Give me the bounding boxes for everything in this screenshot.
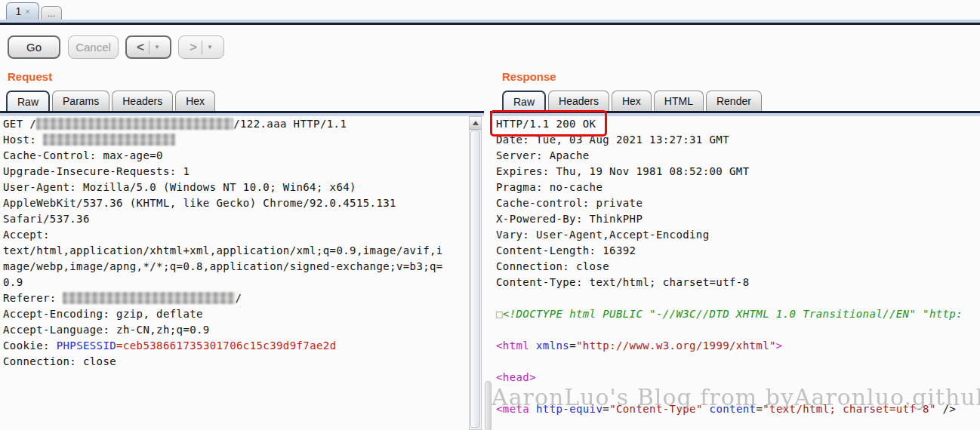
text-segment: Accept-Encoding: gzip, deflate [3,308,203,320]
text-segment: 0.9 [3,276,23,288]
scroll-up-button[interactable] [470,117,481,130]
text-segment: = [569,339,576,352]
editor-line: 0.9 [3,275,471,290]
editor-line: Cache-control: private [496,195,980,211]
request-tabstrip: RawParamsHeadersHex [6,91,217,111]
text-segment [703,403,710,415]
editor-line [496,322,980,338]
text-segment: Expires: Thu, 19 Nov 1981 08:52:00 GMT [496,165,750,177]
request-raw-editor[interactable]: GET //122.aaa HTTP/1.1Host: Cache-Contro… [0,116,471,430]
editor-line: text/html,application/xhtml+xml,applicat… [3,243,471,259]
text-segment: /> [936,403,957,415]
editor-line: Referer: / [3,290,471,306]
editor-line [496,385,980,401]
text-segment: Server: Apache [496,149,590,161]
text-segment: http-equiv [536,403,602,415]
text-segment: GET / [3,118,36,130]
editor-line: Connection: close [3,354,471,370]
response-tabstrip: RawHeadersHexHTMLRender [502,91,764,111]
request-tab-raw[interactable]: Raw [6,91,50,111]
forward-button[interactable]: > ▼ [178,35,224,59]
response-raw-editor[interactable]: HTTP/1.1 200 OKDate: Tue, 03 Aug 2021 13… [492,116,980,430]
arrow-up-icon [473,121,479,125]
text-segment: Content-Length: 16392 [496,244,636,256]
request-tab-hex[interactable]: Hex [175,91,215,111]
editor-line: Content-Type: text/html; charset=utf-8 [496,275,980,290]
text-segment: Cache-control: private [496,197,643,209]
text-segment: Content-Type: text/html; charset=utf-8 [496,276,750,288]
editor-line: Expires: Thu, 19 Nov 1981 08:52:00 GMT [496,164,980,180]
cancel-button[interactable]: Cancel [68,35,119,59]
text-segment: <meta [496,403,536,415]
panel-splitter-handle[interactable] [485,381,492,430]
text-segment: Accept: [3,229,50,241]
editor-line: Accept: [3,227,471,243]
text-segment: =ceb538661735301706c15c39d9f7ae2d [116,339,336,352]
text-segment: Pragma: no-cache [496,181,602,193]
editor-line: Pragma: no-cache [496,180,980,195]
text-segment: Referer: [3,292,63,304]
request-title: Request [8,70,52,83]
repeater-tab-more-label: ... [48,8,55,19]
go-button[interactable]: Go [8,35,60,59]
editor-line: Date: Tue, 03 Aug 2021 13:27:31 GMT [496,132,980,148]
text-segment: Cache-Control: max-age=0 [3,149,163,161]
text-segment: > [776,339,783,352]
response-title: Response [502,70,556,83]
editor-line: <html xmlns="http://www.w3.org/1999/xhtm… [496,338,980,354]
tabbar-divider [0,20,980,25]
editor-line: Server: Apache [496,148,980,164]
redacted-blur [63,292,235,304]
editor-line: Content-Length: 16392 [496,243,980,259]
editor-line: Cache-Control: max-age=0 [3,148,471,164]
editor-line: Upgrade-Insecure-Requests: 1 [3,164,471,180]
text-segment: <html [496,339,536,352]
text-segment: Safari/537.36 [3,213,90,225]
request-tab-params[interactable]: Params [52,91,109,111]
editor-line: X-Powered-By: ThinkPHP [496,211,980,227]
button-separator [202,41,202,54]
text-segment: = [602,403,609,415]
repeater-tab-1[interactable]: 1 × [6,2,39,20]
response-tab-html[interactable]: HTML [654,91,704,111]
go-button-label: Go [26,41,42,54]
editor-line: mage/webp,image/apng,*/*;q=0.8,applicati… [3,259,471,275]
response-tab-raw[interactable]: Raw [502,91,546,111]
editor-line: Accept-Language: zh-CN,zh;q=0.9 [3,322,471,338]
text-segment: Connection: close [3,355,116,367]
chevron-down-icon[interactable]: ▼ [207,44,213,51]
response-tab-hex[interactable]: Hex [612,91,652,111]
editor-line: Cookie: PHPSESSID=ceb538661735301706c15c… [3,338,471,354]
text-segment: Cookie: [3,339,57,352]
editor-line: <head> [496,370,980,385]
request-tab-underline [0,111,484,116]
editor-line: Vary: User-Agent,Accept-Encoding [496,227,980,243]
request-tab-headers[interactable]: Headers [112,91,173,111]
chevron-down-icon[interactable]: ▼ [154,44,160,51]
close-icon[interactable]: × [25,8,29,16]
editor-line: Accept-Encoding: gzip, deflate [3,306,471,322]
text-segment: text/html,application/xhtml+xml,applicat… [3,244,443,256]
scrollbar-thumb[interactable] [470,131,480,428]
text-segment: User-Agent: Mozilla/5.0 (Windows NT 10.0… [3,181,356,193]
repeater-window: 1 × ... Go Cancel < ▼ > ▼ Request RawPar… [0,0,980,430]
editor-line: <meta http-equiv="Content-Type" content=… [496,401,980,417]
text-segment: X-Powered-By: ThinkPHP [496,213,643,225]
editor-line: Host: [3,132,471,148]
editor-line [496,290,980,306]
response-tab-underline [490,111,980,116]
response-tab-headers[interactable]: Headers [548,91,609,111]
text-segment: HTTP/1.1 200 OK [496,118,596,130]
repeater-tab-more[interactable]: ... [41,6,62,20]
response-tab-render[interactable]: Render [706,91,762,111]
text-segment: content [710,403,757,415]
request-scrollbar[interactable] [469,116,482,430]
text-segment: <!DOCTYPE html PUBLIC "-//W3C//DTD XHTML… [503,308,963,320]
back-button[interactable]: < ▼ [125,35,171,59]
text-segment: /122.aaa HTTP/1.1 [233,118,347,130]
text-segment: xmlns [536,339,569,352]
text-segment: PHPSESSID [57,339,116,352]
text-segment: mage/webp,image/apng,*/*;q=0.8,applicati… [3,260,443,272]
editor-line: AppleWebKit/537.36 (KHTML, like Gecko) C… [3,195,471,211]
repeater-tab-1-label: 1 [15,5,21,17]
